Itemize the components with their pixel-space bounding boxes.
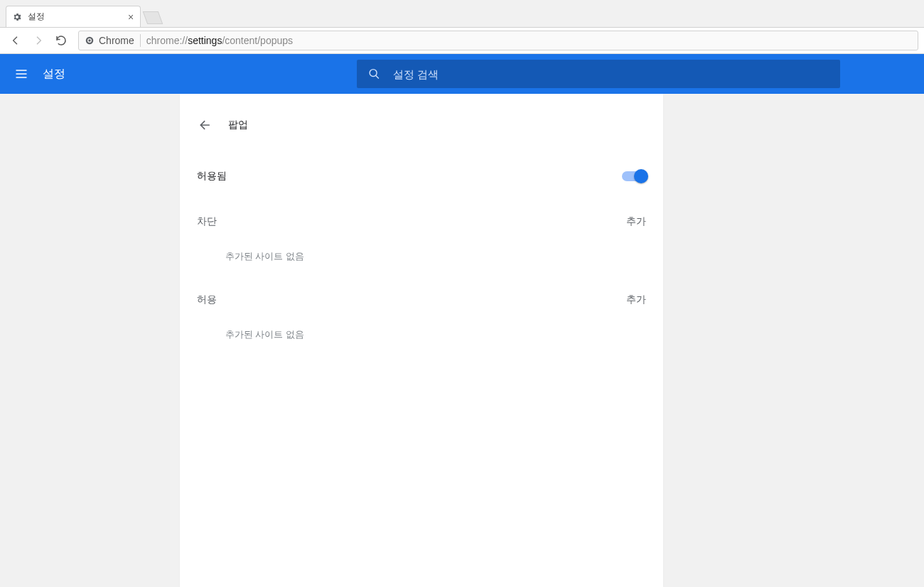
browser-toolbar: Chrome chrome:// settings /content/popup… (0, 27, 924, 54)
svg-point-3 (370, 70, 377, 77)
url-scheme: chrome:// (146, 35, 188, 46)
address-bar[interactable]: Chrome chrome:// settings /content/popup… (78, 31, 918, 50)
toggle-knob (634, 169, 648, 183)
url-host: settings (188, 35, 222, 46)
app-body: 팝업 허용됨 차단 추가 추가된 사이트 없음 허용 추가 (0, 94, 924, 587)
url-path: /content/popups (222, 35, 293, 46)
allow-section-header: 허용 추가 (197, 283, 646, 317)
page-header: 팝업 (197, 111, 646, 139)
block-section-title: 차단 (197, 215, 217, 228)
allow-section-title: 허용 (197, 294, 217, 306)
new-tab-button[interactable] (143, 11, 163, 24)
allow-empty-message: 추가된 사이트 없음 (197, 317, 646, 352)
allowed-toggle-row: 허용됨 (197, 156, 646, 196)
gear-icon (12, 12, 22, 22)
settings-app: 설정 팝업 허용됨 (0, 54, 924, 587)
back-button[interactable] (194, 114, 217, 136)
search-icon (368, 68, 380, 80)
allowed-toggle[interactable] (622, 171, 646, 181)
nav-reload-button[interactable] (51, 31, 71, 50)
block-add-button[interactable]: 추가 (626, 215, 646, 228)
site-info-icon (85, 36, 95, 45)
allow-add-button[interactable]: 추가 (626, 294, 646, 306)
close-tab-icon[interactable]: × (127, 14, 134, 21)
menu-button[interactable] (14, 67, 28, 81)
app-bar: 설정 (0, 54, 924, 94)
nav-forward-button[interactable] (28, 31, 48, 50)
block-empty-message: 추가된 사이트 없음 (197, 239, 646, 274)
settings-search[interactable] (357, 60, 840, 88)
url-display[interactable]: chrome:// settings /content/popups (146, 35, 293, 46)
nav-back-button[interactable] (6, 31, 26, 50)
omnibox-divider (140, 34, 141, 47)
scheme-label: Chrome (99, 35, 134, 46)
block-section-header: 차단 추가 (197, 205, 646, 239)
browser-window: 설정 × Chrome chrome:// settings /c (0, 0, 924, 587)
settings-search-input[interactable] (393, 68, 829, 80)
tab-title: 설정 (28, 11, 45, 23)
tab-strip: 설정 × (0, 0, 924, 27)
app-title: 설정 (43, 67, 65, 82)
content-panel: 팝업 허용됨 차단 추가 추가된 사이트 없음 허용 추가 (180, 94, 663, 587)
browser-tab[interactable]: 설정 × (6, 6, 141, 27)
page-title: 팝업 (228, 119, 248, 131)
allowed-label: 허용됨 (197, 170, 227, 183)
svg-point-2 (88, 39, 91, 42)
